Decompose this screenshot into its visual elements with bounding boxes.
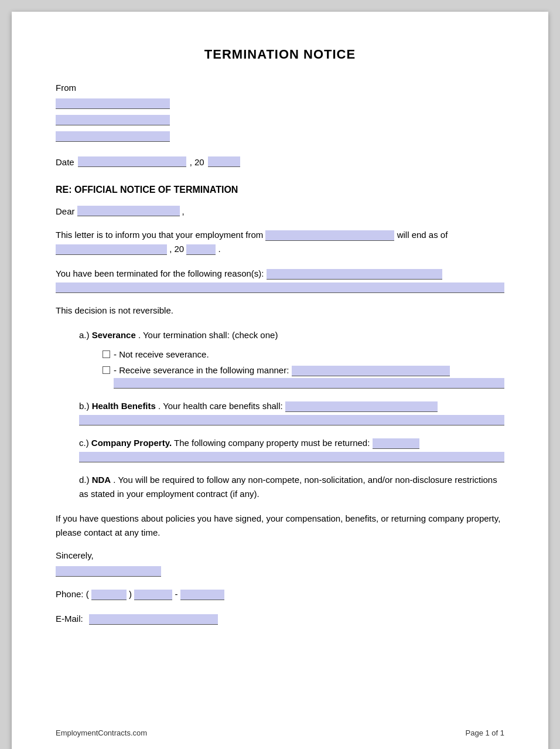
- section-c-label: c.) Company Property. The following comp…: [79, 436, 504, 462]
- company-property-field[interactable]: [373, 438, 419, 449]
- para1-mid: will end as of: [397, 230, 448, 240]
- dear-label: Dear: [56, 206, 75, 216]
- footer-left: EmploymentContracts.com: [56, 728, 147, 737]
- section-d-text: . You will be required to follow any non…: [79, 475, 497, 499]
- paragraph-1: This letter is to inform you that your e…: [56, 228, 504, 256]
- document-page: TERMINATION NOTICE From Date , 20 RE: OF…: [12, 12, 548, 749]
- section-d-heading: NDA: [92, 475, 111, 485]
- section-c: c.) Company Property. The following comp…: [79, 436, 504, 462]
- sincerely-label: Sincerely,: [56, 550, 504, 560]
- para1-end: .: [218, 244, 221, 254]
- dear-row: Dear ,: [56, 206, 504, 216]
- severance-manner-field-2[interactable]: [114, 378, 504, 389]
- date-label: Date: [56, 157, 74, 167]
- option-no-severance: - Not receive severance.: [103, 349, 504, 359]
- date-year-field[interactable]: [208, 156, 240, 167]
- health-benefits-field-2[interactable]: [79, 415, 504, 425]
- phone-mid: ): [129, 589, 132, 599]
- section-b-label: b.) Health Benefits . Your health care b…: [79, 399, 504, 425]
- section-b-heading: Health Benefits: [92, 401, 156, 411]
- phone-prefix-field[interactable]: [134, 590, 172, 600]
- option2-pre: - Receive severance in the following man…: [114, 365, 289, 375]
- option1-text: - Not receive severance.: [114, 349, 209, 359]
- para2-text: You have been terminated for the followi…: [56, 268, 264, 278]
- email-field[interactable]: [89, 614, 218, 625]
- from-section: From: [56, 83, 504, 142]
- severance-options: - Not receive severance. - Receive sever…: [103, 349, 504, 389]
- section-c-text: The following company property must be r…: [174, 438, 370, 448]
- signature-field[interactable]: [56, 566, 161, 577]
- section-b: b.) Health Benefits . Your health care b…: [79, 399, 504, 425]
- phone-row: Phone: ( ) -: [56, 587, 504, 601]
- section-b-text: . Your health care benefits shall:: [158, 401, 283, 411]
- section-a-label: a.) Severance . Your termination shall: …: [79, 328, 504, 342]
- checkbox-receive-severance[interactable]: [103, 366, 110, 374]
- severance-manner-field[interactable]: [292, 366, 450, 376]
- phone-number-field[interactable]: [180, 590, 224, 600]
- from-line-1[interactable]: [56, 98, 170, 109]
- section-a-heading: Severance: [92, 330, 136, 340]
- from-lines: [56, 96, 170, 142]
- reason-field-1[interactable]: [267, 269, 442, 280]
- dear-comma: ,: [182, 206, 185, 216]
- sincerely-section: Sincerely,: [56, 550, 504, 577]
- paragraph-3: This decision is not reversible.: [56, 304, 504, 318]
- from-label: From: [56, 83, 504, 93]
- email-label: E-Mail:: [56, 614, 83, 624]
- health-benefits-field[interactable]: [285, 401, 438, 412]
- footer-right: Page 1 of 1: [466, 728, 505, 737]
- dear-name-field[interactable]: [77, 206, 180, 216]
- checkbox-no-severance[interactable]: [103, 350, 110, 358]
- from-line-2[interactable]: [56, 115, 170, 125]
- phone-dash: -: [175, 589, 177, 599]
- end-year-field[interactable]: [186, 244, 216, 255]
- date-field[interactable]: [78, 156, 186, 167]
- phone-label: Phone: (: [56, 589, 89, 599]
- section-a: a.) Severance . Your termination shall: …: [79, 328, 504, 389]
- section-c-heading: Company Property.: [91, 438, 172, 448]
- para1-pre: This letter is to inform you that your e…: [56, 230, 263, 240]
- date-row: Date , 20: [56, 156, 504, 167]
- email-row: E-Mail:: [56, 612, 504, 626]
- end-date-field[interactable]: [56, 244, 167, 255]
- from-line-3[interactable]: [56, 131, 170, 142]
- date-comma: , 20: [190, 157, 204, 167]
- footer: EmploymentContracts.com Page 1 of 1: [56, 728, 504, 737]
- document-title: TERMINATION NOTICE: [56, 47, 504, 62]
- employer-name-field[interactable]: [265, 230, 394, 241]
- phone-area-field[interactable]: [91, 590, 127, 600]
- option-receive-severance: - Receive severance in the following man…: [103, 365, 504, 389]
- paragraph-2: You have been terminated for the followi…: [56, 267, 504, 293]
- closing-paragraph: If you have questions about policies you…: [56, 512, 504, 540]
- reason-field-2[interactable]: [56, 282, 504, 293]
- re-heading: RE: OFFICIAL NOTICE OF TERMINATION: [56, 185, 504, 195]
- section-d-label: d.) NDA . You will be required to follow…: [79, 473, 504, 501]
- para1-date-suffix: , 20: [169, 244, 184, 254]
- section-a-text: . Your termination shall: (check one): [138, 330, 278, 340]
- company-property-field-2[interactable]: [79, 452, 504, 462]
- section-d: d.) NDA . You will be required to follow…: [79, 473, 504, 501]
